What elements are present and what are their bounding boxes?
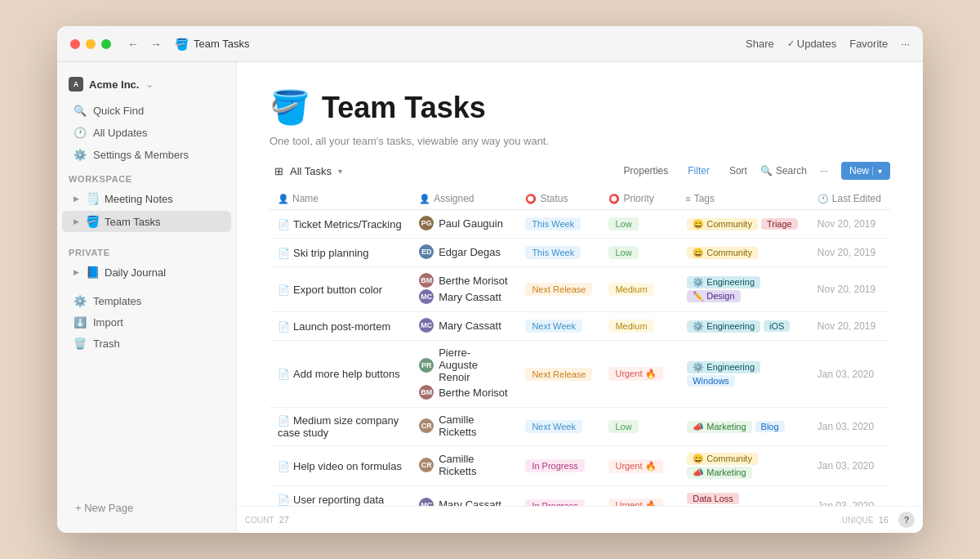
- table-row[interactable]: 📄Add more help buttonsPRPierre-Auguste R…: [270, 341, 890, 408]
- cell-status: This Week: [517, 239, 600, 267]
- workspace-header[interactable]: A Acme Inc. ⌄: [57, 72, 236, 96]
- priority-badge[interactable]: Urgent 🔥: [608, 459, 662, 473]
- status-badge[interactable]: In Progress: [525, 459, 584, 472]
- sidebar-bottom: + New Page: [57, 493, 236, 523]
- traffic-lights: [70, 39, 111, 49]
- table-row[interactable]: 📄Ski trip planningEDEdgar DegasThis Week…: [270, 239, 890, 267]
- filter-button[interactable]: Filter: [681, 162, 716, 180]
- tag[interactable]: Data Loss: [687, 493, 739, 504]
- more-button[interactable]: ···: [901, 38, 910, 50]
- import-icon: ⬇️: [74, 316, 87, 329]
- tag[interactable]: ⚙️ Engineering: [687, 320, 760, 333]
- avatar: BM: [419, 273, 434, 288]
- sidebar-quick-find[interactable]: 🔍 Quick Find: [62, 101, 231, 121]
- table-row[interactable]: 📄Ticket Metrics/TrackingPGPaul GauguinTh…: [270, 210, 890, 239]
- forward-button[interactable]: →: [147, 36, 165, 52]
- tag[interactable]: iOS: [764, 320, 790, 332]
- team-tasks-icon: 🪣: [86, 215, 100, 228]
- sidebar-trash[interactable]: 🗑️ Trash: [62, 333, 231, 354]
- priority-badge[interactable]: Urgent 🔥: [608, 499, 662, 506]
- search-button[interactable]: 🔍 Search: [760, 165, 807, 177]
- table-row[interactable]: 📄Export button colorBMBerthe MorisotMCMa…: [270, 267, 890, 312]
- cell-last-edited: Jan 03, 2020: [809, 486, 890, 507]
- priority-badge[interactable]: Low: [608, 420, 638, 433]
- updates-button[interactable]: ✓ Updates: [787, 38, 836, 50]
- avatar: PG: [419, 216, 434, 230]
- quick-find-label: Quick Find: [93, 105, 144, 117]
- sidebar-item-team-tasks[interactable]: ▶ 🪣 Team Tasks: [62, 211, 231, 232]
- cell-last-edited: Nov 20, 2019: [809, 312, 890, 341]
- tag[interactable]: 😄 Community: [687, 247, 758, 259]
- assignee: CRCamille Ricketts: [419, 414, 509, 438]
- sidebar-settings[interactable]: ⚙️ Settings & Members: [62, 145, 231, 165]
- name-col-icon: 👤: [278, 194, 289, 203]
- cell-name: 📄Add more help buttons: [270, 341, 411, 408]
- tag[interactable]: 😄 Community: [687, 218, 758, 230]
- assignee-name: Camille Ricketts: [439, 453, 509, 477]
- task-icon: 📄: [278, 369, 290, 380]
- view-selector[interactable]: ⊞ All Tasks ▾: [270, 163, 347, 180]
- help-button[interactable]: ?: [898, 512, 915, 528]
- cell-name: 📄Medium size company case study: [270, 408, 411, 446]
- tag[interactable]: 😄 Community: [687, 453, 758, 465]
- tag[interactable]: ✏️ Design: [687, 290, 740, 302]
- titlebar-title: Team Tasks: [194, 38, 746, 50]
- maximize-button[interactable]: [101, 39, 111, 49]
- cell-status: Next Release: [517, 341, 600, 408]
- tag[interactable]: Triage: [761, 218, 798, 230]
- table-row[interactable]: 📄Help video on formulasCRCamille Rickett…: [270, 446, 890, 486]
- sort-button[interactable]: Sort: [723, 162, 754, 180]
- settings-icon: ⚙️: [74, 149, 87, 161]
- new-record-button[interactable]: New ▾: [841, 162, 890, 180]
- properties-button[interactable]: Properties: [617, 162, 675, 180]
- time-col-icon: 🕐: [817, 194, 829, 203]
- cell-status: This Week: [517, 210, 600, 239]
- priority-badge[interactable]: Medium: [608, 320, 653, 333]
- priority-badge[interactable]: Low: [608, 246, 638, 259]
- table-row[interactable]: 📄Medium size company case studyCRCamille…: [270, 408, 890, 446]
- tag[interactable]: ⚙️ Engineering: [687, 276, 760, 288]
- cell-name: 📄User reporting data loss: [270, 486, 411, 507]
- sidebar-import[interactable]: ⬇️ Import: [62, 312, 231, 333]
- sidebar-item-daily-journal[interactable]: ▶ 📘 Daily Journal: [62, 262, 231, 283]
- chevron-icon: ▶: [74, 268, 79, 276]
- main-layout: A Acme Inc. ⌄ 🔍 Quick Find 🕐 All Updates…: [57, 62, 923, 533]
- status-badge[interactable]: Next Week: [525, 320, 582, 333]
- more-options-button[interactable]: ···: [813, 162, 835, 180]
- cell-last-edited: Jan 03, 2020: [809, 341, 890, 408]
- tag[interactable]: 📣 Marketing: [687, 467, 751, 479]
- page-header: 🪣 Team Tasks: [270, 88, 890, 127]
- new-page-button[interactable]: + New Page: [69, 498, 225, 518]
- sidebar-templates[interactable]: ⚙️ Templates: [62, 291, 231, 311]
- share-button[interactable]: Share: [746, 38, 774, 50]
- status-badge[interactable]: Next Release: [525, 368, 592, 381]
- sidebar-item-meeting-notes[interactable]: ▶ 🗒️ Meeting Notes: [62, 188, 231, 209]
- status-badge[interactable]: Next Week: [525, 420, 582, 433]
- page-emoji: 🪣: [270, 88, 310, 127]
- status-badge[interactable]: Next Release: [525, 283, 592, 296]
- cell-tags: ⚙️ EngineeringWindows: [677, 341, 809, 408]
- cell-status: Next Week: [517, 408, 600, 446]
- sidebar-all-updates[interactable]: 🕐 All Updates: [62, 123, 231, 143]
- tag[interactable]: Windows: [687, 375, 735, 387]
- priority-badge[interactable]: Medium: [608, 283, 653, 296]
- database-table: 👤Name 👤Assigned ⭕Status ⭕Priority: [270, 188, 890, 506]
- table-row[interactable]: 📄User reporting data lossMCMary CassattI…: [270, 486, 890, 507]
- table-row[interactable]: 📄Launch post-mortemMCMary CassattNext We…: [270, 312, 890, 341]
- tag[interactable]: 📣 Marketing: [687, 421, 751, 433]
- back-button[interactable]: ←: [124, 36, 142, 52]
- priority-badge[interactable]: Low: [608, 217, 638, 230]
- avatar: PR: [419, 358, 434, 373]
- cell-status: Next Week: [517, 312, 600, 341]
- tag[interactable]: Blog: [755, 421, 785, 432]
- favorite-button[interactable]: Favorite: [849, 38, 888, 50]
- minimize-button[interactable]: [86, 39, 96, 49]
- priority-badge[interactable]: Urgent 🔥: [608, 367, 662, 381]
- tag[interactable]: ⚙️ Engineering: [687, 361, 760, 373]
- cell-assigned: PGPaul Gauguin: [411, 210, 517, 239]
- status-badge[interactable]: This Week: [525, 246, 581, 259]
- status-badge[interactable]: In Progress: [525, 499, 584, 507]
- status-badge[interactable]: This Week: [525, 217, 581, 230]
- close-button[interactable]: [70, 39, 80, 49]
- table-header-row: 👤Name 👤Assigned ⭕Status ⭕Priority: [270, 188, 890, 210]
